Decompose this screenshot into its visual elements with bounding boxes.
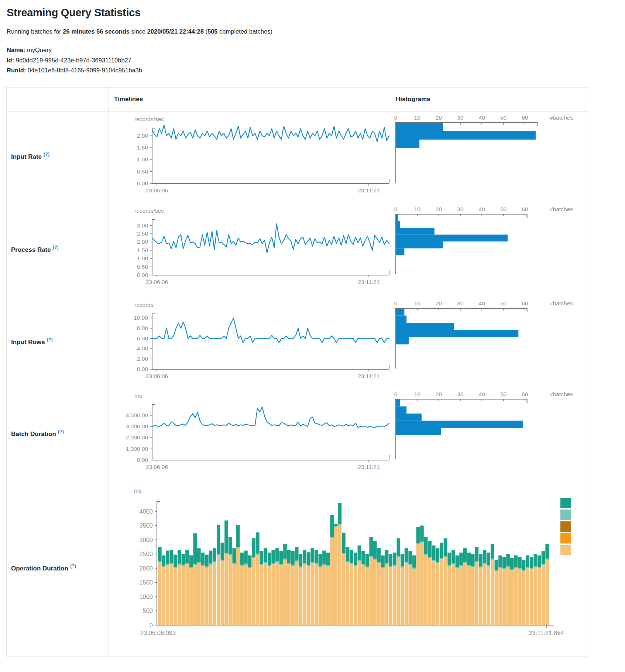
svg-text:30: 30 [457, 391, 464, 397]
row-label-text: Process Rate [11, 246, 51, 254]
svg-text:2500: 2500 [139, 551, 153, 557]
svg-text:50: 50 [500, 206, 507, 212]
running-duration: 26 minutes 56 seconds [63, 28, 130, 35]
svg-text:1500: 1500 [139, 579, 153, 586]
legend-swatch [560, 545, 571, 555]
svg-text:60: 60 [522, 300, 528, 306]
row-label-operation-duration: Operation Duration (?) [7, 481, 108, 656]
svg-text:#batches: #batches [550, 391, 573, 397]
row-label-text: Input Rows [11, 339, 45, 346]
help-icon[interactable]: (?) [58, 429, 64, 434]
completed-batches-count: 505 [207, 28, 218, 35]
svg-text:1.50: 1.50 [137, 247, 148, 253]
help-icon[interactable]: (?) [70, 563, 76, 569]
svg-text:60: 60 [522, 206, 528, 212]
svg-text:2.00: 2.00 [137, 356, 148, 362]
svg-text:50: 50 [500, 391, 507, 397]
query-meta: Name: myQuery Id: 9d0dd219-995d-423e-b97… [7, 45, 618, 76]
svg-text:2000: 2000 [139, 565, 153, 571]
process-rate-histogram: 0102030405060#batches [390, 203, 587, 281]
row-label-text: Input Rate [11, 153, 42, 161]
svg-text:3500: 3500 [139, 522, 153, 529]
svg-text:20: 20 [436, 300, 442, 306]
svg-text:3,000.00: 3,000.00 [126, 423, 148, 429]
batch-duration-line-chart: ms4,000.003,000.002,000.001,000.000.0023… [109, 388, 390, 474]
svg-text:2.50: 2.50 [137, 230, 148, 237]
svg-text:6.00: 6.00 [137, 335, 148, 341]
svg-text:40: 40 [479, 206, 485, 212]
svg-text:#batches: #batches [550, 206, 573, 212]
operation-duration-stacked-chart: ms4000350030002500200015001000500023:06:… [109, 481, 587, 649]
operation-duration-legend [560, 498, 571, 555]
help-icon[interactable]: (?) [53, 245, 59, 250]
operation-duration-chart-cell: ms4000350030002500200015001000500023:06:… [108, 481, 588, 656]
page-header: Streaming Query Statistics Running batch… [0, 0, 625, 76]
paren-open: ( [204, 28, 207, 35]
query-runid-line: RunId: 04e101e6-8bf8-4165-9099-9104c951b… [7, 65, 618, 76]
timeline-process-rate: records/sec3.002.502.001.501.000.500.002… [108, 203, 390, 297]
row-label-text: Operation Duration [11, 565, 68, 572]
batch-duration-histogram: 0102030405060#batches [390, 388, 587, 466]
page-title: Streaming Query Statistics [7, 7, 618, 19]
svg-text:50: 50 [500, 300, 507, 306]
legend-swatch [560, 498, 571, 508]
svg-text:0.50: 0.50 [137, 168, 148, 174]
summary-middle: since [130, 28, 147, 35]
svg-text:2,000.00: 2,000.00 [126, 434, 148, 440]
row-label-input-rows: Input Rows (?) [7, 297, 108, 388]
svg-text:3000: 3000 [139, 536, 153, 543]
timeline-batch-duration: ms4,000.003,000.002,000.001,000.000.0023… [108, 388, 390, 481]
row-label-input-rate: Input Rate (?) [7, 111, 108, 203]
running-batches-summary: Running batches for 26 minutes 56 second… [7, 28, 618, 35]
histogram-process-rate: 0102030405060#batches [390, 203, 588, 297]
svg-text:1000: 1000 [139, 593, 153, 600]
svg-text:2.00: 2.00 [137, 132, 148, 138]
svg-text:40: 40 [479, 300, 485, 306]
svg-text:10: 10 [414, 114, 421, 121]
query-id-line: Id: 9d0dd219-995d-423e-b97d-36931110bb27 [7, 55, 618, 66]
input-rows-line-chart: records10.008.006.004.002.000.0023:06:06… [109, 297, 390, 384]
svg-text:records/sec: records/sec [134, 116, 164, 122]
svg-text:0.00: 0.00 [137, 272, 148, 278]
help-icon[interactable]: (?) [47, 337, 53, 342]
svg-text:60: 60 [522, 114, 528, 121]
runid-label: RunId: [7, 67, 26, 73]
help-icon[interactable]: (?) [44, 152, 49, 157]
legend-swatch [560, 521, 571, 532]
query-name: myQuery [27, 47, 52, 53]
svg-text:0.00: 0.00 [137, 180, 148, 186]
statistics-table: Timelines Histograms Input Rate (?) reco… [6, 87, 587, 656]
svg-text:40: 40 [479, 391, 485, 397]
svg-text:30: 30 [457, 300, 464, 306]
svg-text:23:06:06: 23:06:06 [146, 279, 168, 285]
histogram-input-rate: 0102030405060#batches [390, 111, 588, 203]
svg-text:1.50: 1.50 [137, 144, 148, 151]
svg-text:1,000.00: 1,000.00 [126, 445, 148, 452]
legend-swatch [560, 533, 571, 544]
svg-text:23:11:21: 23:11:21 [358, 464, 380, 470]
svg-text:10: 10 [414, 300, 421, 306]
row-label-process-rate: Process Rate (?) [7, 203, 108, 297]
svg-text:0: 0 [394, 391, 398, 397]
name-label: Name: [7, 47, 25, 53]
query-id: 9d0dd219-995d-423e-b97d-36931110bb27 [16, 57, 131, 64]
svg-text:23:06:06: 23:06:06 [146, 373, 168, 379]
svg-text:ms: ms [134, 487, 142, 494]
input-rate-line-chart: records/sec2.001.501.000.500.0023:06:062… [109, 112, 390, 198]
process-rate-line-chart: records/sec3.002.502.001.501.000.500.002… [109, 203, 390, 289]
svg-text:0.00: 0.00 [137, 457, 148, 463]
query-runid: 04e101e6-8bf8-4165-9099-9104c951ba3b [28, 67, 142, 73]
svg-text:4000: 4000 [139, 508, 153, 514]
svg-text:10.00: 10.00 [134, 315, 148, 321]
svg-text:23:11:21: 23:11:21 [358, 187, 380, 193]
legend-swatch [560, 510, 571, 520]
id-label: Id: [7, 57, 14, 64]
column-header-histograms: Histograms [390, 88, 588, 111]
row-label-text: Batch Duration [11, 431, 56, 438]
svg-text:500: 500 [142, 607, 153, 614]
svg-text:0: 0 [394, 206, 398, 212]
svg-text:20: 20 [436, 114, 442, 121]
svg-text:23:06:06: 23:06:06 [146, 464, 168, 470]
svg-text:2.00: 2.00 [137, 239, 148, 245]
svg-text:8.00: 8.00 [137, 325, 148, 331]
